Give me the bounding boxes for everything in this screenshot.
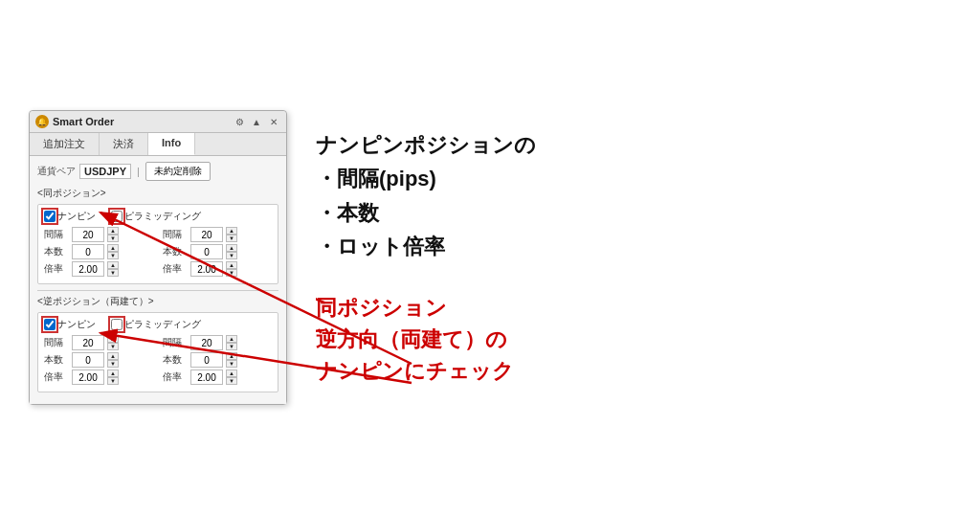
rev-spin-up2[interactable]: ▲ xyxy=(107,352,119,360)
panel-title: Smart Order xyxy=(53,116,114,127)
same-count-spinner: ▲ ▼ xyxy=(107,244,119,259)
reverse-nanpin-checkbox[interactable] xyxy=(44,319,56,330)
rev-spin-down-r3[interactable]: ▼ xyxy=(226,377,237,385)
pyramiding-label: ピラミッディング xyxy=(124,210,201,223)
same-checkbox-row: ナンピン ピラミッディング xyxy=(44,210,272,223)
reverse-checkbox-row: ナンピン ピラミッディング xyxy=(44,318,272,331)
same-interval-row-right: 間隔 ▲ ▼ xyxy=(163,227,272,242)
interval-label-2: 間隔 xyxy=(163,228,188,241)
annotation-area: ナンピンポジションの ・間隔(pips) ・本数 ・ロット倍率 同ポジション 逆… xyxy=(316,19,951,496)
spin-up-r2[interactable]: ▲ xyxy=(226,244,237,252)
separator: | xyxy=(137,166,140,177)
rev-spin-down3[interactable]: ▼ xyxy=(107,377,119,385)
panel-title-controls: ⚙ ▲ ✕ xyxy=(233,115,280,128)
rate-label-2: 倍率 xyxy=(163,262,188,276)
bottom-line3: ナンピンにチェック xyxy=(316,359,514,383)
same-interval-spinner-r: ▲ ▼ xyxy=(226,227,237,242)
same-count-input[interactable] xyxy=(72,244,104,259)
currency-value: USDJPY xyxy=(79,164,131,179)
tab-add-order[interactable]: 追加注文 xyxy=(30,133,100,155)
rev-spin-down-r2[interactable]: ▼ xyxy=(226,360,237,368)
annotation-title: ナンピンポジションの ・間隔(pips) ・本数 ・ロット倍率 xyxy=(316,128,951,263)
rev-rate-row-right: 倍率 ▲ ▼ xyxy=(163,369,272,385)
rev-count-input-r[interactable] xyxy=(190,352,223,368)
divider xyxy=(37,290,278,291)
minimize-icon[interactable]: ▲ xyxy=(250,115,263,128)
spin-up-icon-3[interactable]: ▲ xyxy=(107,261,119,269)
spin-up-icon-2[interactable]: ▲ xyxy=(107,244,119,252)
close-icon[interactable]: ✕ xyxy=(267,115,280,128)
spin-up-r1[interactable]: ▲ xyxy=(226,227,237,235)
rev-rate-spinner: ▲ ▼ xyxy=(107,369,119,385)
reverse-pyramiding-label: ピラミッディング xyxy=(124,318,201,331)
spin-up-r3[interactable]: ▲ xyxy=(226,261,237,269)
nanpin-checkbox[interactable] xyxy=(44,211,56,222)
same-count-row-left: 本数 ▲ ▼ xyxy=(44,244,153,259)
rev-spin-up3[interactable]: ▲ xyxy=(107,369,119,377)
same-field-rows: 間隔 ▲ ▼ 本数 ▲ ▼ xyxy=(44,227,272,279)
rev-count-input[interactable] xyxy=(72,352,104,368)
bullet-1: ・間隔(pips) xyxy=(316,167,436,190)
rev-rate-label-2: 倍率 xyxy=(163,370,188,384)
panel-tabs: 追加注文 決済 Info xyxy=(30,133,286,156)
rev-spin-up1[interactable]: ▲ xyxy=(107,335,119,343)
reverse-nanpin-label: ナンピン xyxy=(57,318,96,331)
delete-button[interactable]: 未約定削除 xyxy=(145,162,211,181)
same-position-title: <同ポジション> xyxy=(37,187,278,200)
rev-interval-row-left: 間隔 ▲ ▼ xyxy=(44,335,153,350)
bullet-2: ・本数 xyxy=(316,201,379,225)
pyramiding-checkbox[interactable] xyxy=(111,211,122,222)
main-container: 🔔 Smart Order ⚙ ▲ ✕ 追加注文 決済 Info 通貨ペア US… xyxy=(0,0,980,515)
same-count-input-r[interactable] xyxy=(190,244,223,259)
spin-up-icon[interactable]: ▲ xyxy=(107,227,119,235)
bottom-line1: 同ポジション xyxy=(316,296,447,320)
spin-down-icon-2[interactable]: ▼ xyxy=(107,252,119,259)
panel-titlebar: 🔔 Smart Order ⚙ ▲ ✕ xyxy=(30,111,286,133)
rev-rate-input-r[interactable] xyxy=(190,369,223,385)
same-rate-input-r[interactable] xyxy=(190,261,223,277)
reverse-position-title: <逆ポジション（両建て）> xyxy=(37,295,278,308)
same-rate-spinner: ▲ ▼ xyxy=(107,261,119,277)
spin-down-icon[interactable]: ▼ xyxy=(107,235,119,242)
rev-count-label-2: 本数 xyxy=(163,353,188,367)
reverse-pyramiding-checkbox[interactable] xyxy=(111,319,122,330)
reverse-field-rows: 間隔 ▲ ▼ 本数 ▲ ▼ xyxy=(44,335,272,387)
rev-count-row-left: 本数 ▲ ▼ xyxy=(44,352,153,368)
reverse-nanpin-checkbox-item: ナンピン xyxy=(44,318,96,331)
same-rate-input[interactable] xyxy=(72,261,104,277)
same-rate-row-right: 倍率 ▲ ▼ xyxy=(163,261,272,277)
rev-rate-row-left: 倍率 ▲ ▼ xyxy=(44,369,153,385)
annotation-title-text: ナンピンポジションの xyxy=(316,133,536,157)
currency-row: 通貨ペア USDJPY | 未約定削除 xyxy=(37,162,278,181)
rev-rate-input[interactable] xyxy=(72,369,104,385)
rev-spin-down-r1[interactable]: ▼ xyxy=(226,343,237,350)
rev-rate-spinner-r: ▲ ▼ xyxy=(226,369,237,385)
spin-down-r3[interactable]: ▼ xyxy=(226,269,237,277)
rev-interval-row-right: 間隔 ▲ ▼ xyxy=(163,335,272,350)
rev-interval-input[interactable] xyxy=(72,335,104,350)
count-label-2: 本数 xyxy=(163,245,188,258)
gear-icon[interactable]: ⚙ xyxy=(233,115,246,128)
same-rate-spinner-r: ▲ ▼ xyxy=(226,261,237,277)
rev-count-spinner-r: ▲ ▼ xyxy=(226,352,237,368)
smart-order-panel: 🔔 Smart Order ⚙ ▲ ✕ 追加注文 決済 Info 通貨ペア US… xyxy=(29,110,287,405)
rev-spin-up-r2[interactable]: ▲ xyxy=(226,352,237,360)
pyramiding-checkbox-item: ピラミッディング xyxy=(111,210,201,223)
rev-spin-down1[interactable]: ▼ xyxy=(107,343,119,350)
reverse-position-section: ナンピン ピラミッディング 間隔 ▲ ▼ xyxy=(37,312,278,392)
reverse-pyramiding-checkbox-item: ピラミッディング xyxy=(111,318,201,331)
rev-interval-label-2: 間隔 xyxy=(163,336,188,349)
rev-spin-down2[interactable]: ▼ xyxy=(107,360,119,368)
tab-settlement[interactable]: 決済 xyxy=(100,133,148,155)
spin-down-r2[interactable]: ▼ xyxy=(226,252,237,259)
rev-interval-input-r[interactable] xyxy=(190,335,223,350)
rev-spin-up-r1[interactable]: ▲ xyxy=(226,335,237,343)
tab-info[interactable]: Info xyxy=(148,133,195,155)
reverse-field-col-left: 間隔 ▲ ▼ 本数 ▲ ▼ xyxy=(44,335,153,387)
same-count-row-right: 本数 ▲ ▼ xyxy=(163,244,272,259)
spin-down-icon-3[interactable]: ▼ xyxy=(107,269,119,277)
spin-down-r1[interactable]: ▼ xyxy=(226,235,237,242)
rev-spin-up-r3[interactable]: ▲ xyxy=(226,369,237,377)
same-interval-input-r[interactable] xyxy=(190,227,223,242)
same-interval-input[interactable] xyxy=(72,227,104,242)
